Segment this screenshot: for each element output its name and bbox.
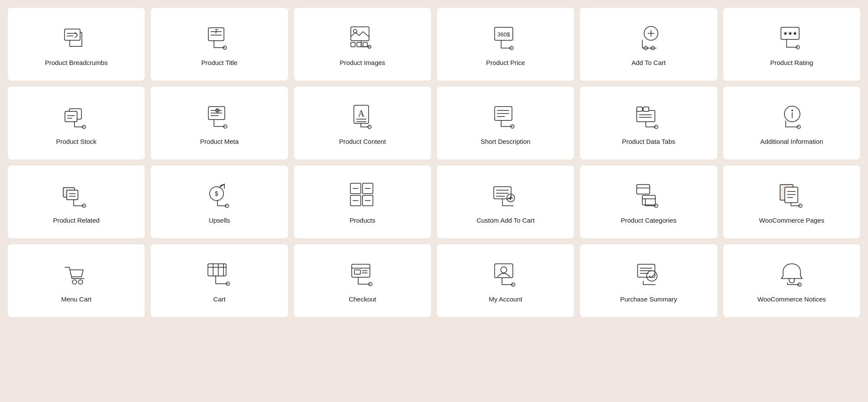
card-upsells[interactable]: $ Upsells (151, 165, 288, 238)
svg-rect-48 (637, 110, 655, 122)
product-data-tabs-icon (635, 103, 662, 130)
svg-rect-11 (357, 42, 361, 47)
product-breadcrumbs-label: Product Breadcrumbs (45, 58, 108, 67)
card-cart[interactable]: Cart (151, 244, 288, 317)
svg-point-93 (72, 280, 77, 284)
product-content-icon: A (349, 103, 376, 130)
widget-grid: Product Breadcrumbs T Product Title Prod… (8, 8, 860, 317)
card-custom-add-to-cart[interactable]: Custom Add To Cart (437, 165, 574, 238)
svg-rect-12 (363, 42, 367, 47)
card-short-description[interactable]: Short Description (437, 87, 574, 159)
svg-rect-84 (642, 195, 655, 205)
woocommerce-notices-label: WooCommerce Notices (758, 295, 826, 304)
card-products[interactable]: Products (294, 165, 431, 238)
svg-point-94 (78, 280, 83, 284)
menu-cart-icon (62, 260, 90, 288)
menu-cart-label: Menu Cart (61, 295, 91, 304)
add-to-cart-label: Add To Cart (632, 58, 666, 67)
product-related-label: Product Related (53, 216, 100, 225)
custom-add-to-cart-label: Custom Add To Cart (476, 216, 534, 225)
svg-rect-49 (637, 107, 642, 111)
card-product-data-tabs[interactable]: Product Data Tabs (580, 87, 717, 159)
product-stock-icon (62, 103, 90, 130)
card-product-related[interactable]: Product Related (8, 165, 145, 238)
card-purchase-summary[interactable]: Purchase Summary (580, 244, 717, 317)
svg-rect-88 (785, 187, 798, 203)
short-description-label: Short Description (481, 137, 531, 146)
additional-information-label: Additional Information (760, 137, 823, 146)
cart-icon (205, 260, 233, 288)
product-categories-label: Product Categories (621, 216, 676, 225)
product-meta-label: Product Meta (200, 137, 239, 146)
upsells-icon: $ (205, 182, 233, 209)
my-account-label: My Account (489, 295, 522, 304)
product-related-icon (62, 182, 90, 209)
product-images-label: Product Images (340, 58, 385, 67)
svg-rect-26 (65, 111, 77, 122)
my-account-icon (492, 260, 519, 288)
card-add-to-cart[interactable]: Add To Cart (580, 8, 717, 81)
add-to-cart-icon (635, 24, 662, 52)
product-title-icon: T (205, 24, 233, 52)
product-rating-icon: ★★★ (778, 24, 806, 52)
product-breadcrumbs-icon (62, 24, 90, 52)
upsells-label: Upsells (209, 216, 230, 225)
svg-rect-82 (637, 185, 650, 194)
product-images-icon (349, 24, 376, 52)
svg-rect-107 (495, 264, 513, 278)
additional-information-icon (778, 103, 806, 130)
svg-rect-103 (354, 270, 360, 274)
card-woocommerce-pages[interactable]: WooCommerce Pages (723, 165, 860, 238)
card-menu-cart[interactable]: Menu Cart (8, 244, 145, 317)
woocommerce-notices-icon (778, 260, 806, 288)
svg-text:★★★: ★★★ (783, 30, 797, 36)
short-description-icon (492, 103, 519, 130)
svg-point-108 (501, 267, 507, 273)
svg-point-114 (647, 271, 657, 281)
svg-text:360$: 360$ (498, 31, 511, 38)
woocommerce-pages-icon (778, 182, 806, 209)
product-meta-icon (205, 103, 233, 130)
svg-text:T: T (215, 28, 219, 35)
products-icon (349, 182, 376, 209)
svg-rect-75 (494, 187, 511, 199)
svg-rect-10 (351, 42, 355, 47)
svg-text:$: $ (215, 190, 219, 197)
card-product-title[interactable]: T Product Title (151, 8, 288, 81)
custom-add-to-cart-icon (492, 182, 519, 209)
product-content-label: Product Content (339, 137, 386, 146)
card-additional-information[interactable]: Additional Information (723, 87, 860, 159)
card-product-content[interactable]: A Product Content (294, 87, 431, 159)
svg-rect-59 (67, 190, 78, 200)
svg-text:A: A (358, 109, 365, 118)
product-title-label: Product Title (201, 58, 237, 67)
card-product-stock[interactable]: Product Stock (8, 87, 145, 159)
product-stock-label: Product Stock (56, 137, 96, 146)
card-my-account[interactable]: My Account (437, 244, 574, 317)
card-product-meta[interactable]: Product Meta (151, 87, 288, 159)
svg-point-9 (353, 29, 357, 33)
purchase-summary-icon (635, 260, 662, 288)
card-product-price[interactable]: 360$ Product Price (437, 8, 574, 81)
checkout-label: Checkout (349, 295, 376, 304)
svg-rect-0 (65, 29, 80, 40)
product-data-tabs-label: Product Data Tabs (622, 137, 675, 146)
product-price-label: Product Price (486, 58, 525, 67)
card-product-categories[interactable]: Product Categories (580, 165, 717, 238)
product-price-icon: 360$ (492, 24, 519, 52)
cart-label: Cart (213, 295, 225, 304)
svg-rect-50 (643, 107, 649, 111)
card-woocommerce-notices[interactable]: WooCommerce Notices (723, 244, 860, 317)
svg-point-56 (791, 110, 793, 111)
product-categories-icon (635, 182, 662, 209)
product-rating-label: Product Rating (770, 58, 813, 67)
purchase-summary-label: Purchase Summary (620, 295, 677, 304)
card-product-images[interactable]: Product Images (294, 8, 431, 81)
card-checkout[interactable]: Checkout (294, 244, 431, 317)
checkout-icon (349, 260, 376, 288)
woocommerce-pages-label: WooCommerce Pages (759, 216, 825, 225)
card-product-breadcrumbs[interactable]: Product Breadcrumbs (8, 8, 145, 81)
card-product-rating[interactable]: ★★★ Product Rating (723, 8, 860, 81)
products-label: Products (350, 216, 375, 225)
